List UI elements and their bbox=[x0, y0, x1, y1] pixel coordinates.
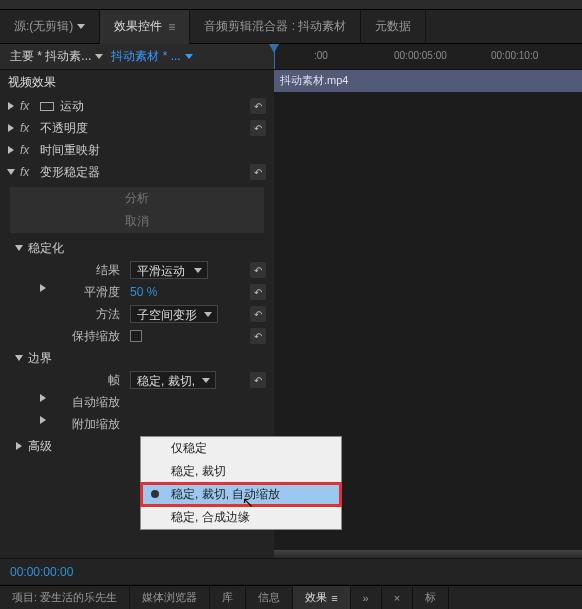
disclosure-triangle-icon[interactable] bbox=[8, 102, 14, 110]
disclosure-triangle-icon[interactable] bbox=[16, 442, 22, 450]
chevron-down-icon[interactable] bbox=[185, 54, 193, 59]
panel-tab-strip: 源:(无剪辑) 效果控件 ≡ 音频剪辑混合器 : 抖动素材 元数据 bbox=[0, 10, 582, 44]
tab-label: 库 bbox=[222, 590, 233, 605]
close-button[interactable]: × bbox=[382, 586, 413, 610]
effect-warp-stabilizer[interactable]: fx 变形稳定器 ↶ bbox=[0, 161, 274, 183]
keep-scale-checkbox[interactable] bbox=[130, 330, 142, 342]
tab-effects[interactable]: 效果 ≡ bbox=[293, 586, 350, 610]
param-label: 附加缩放 bbox=[0, 416, 130, 433]
time-ruler[interactable]: :00 00:00:05:00 00:00:10:0 bbox=[274, 44, 582, 70]
group-label: 稳定化 bbox=[28, 240, 64, 257]
reset-button[interactable]: ↶ bbox=[250, 98, 266, 114]
effect-time-remap[interactable]: fx 时间重映射 bbox=[0, 139, 274, 161]
param-label: 帧 bbox=[0, 372, 130, 389]
current-time-display[interactable]: 00:00:00:00 bbox=[0, 558, 582, 584]
analyze-button[interactable]: 分析 bbox=[10, 187, 264, 210]
tab-label: 信息 bbox=[258, 590, 280, 605]
frame-dropdown[interactable]: 稳定, 裁切, bbox=[130, 371, 216, 389]
sequence-clip-name[interactable]: 抖动素材 * ... bbox=[111, 48, 180, 65]
more-icon: » bbox=[363, 592, 369, 604]
menu-item-stabilize-crop-autoscale[interactable]: 稳定, 裁切, 自动缩放 bbox=[141, 483, 341, 506]
bottom-panel-tabs: 项目: 爱生活的乐先生 媒体浏览器 库 信息 效果 ≡ » × 标 bbox=[0, 585, 582, 609]
param-keep-scale: 保持缩放 ↶ bbox=[0, 325, 274, 347]
tab-media-browser[interactable]: 媒体浏览器 bbox=[130, 586, 210, 610]
fx-badge-icon: fx bbox=[20, 121, 34, 135]
effect-label: 运动 bbox=[60, 98, 84, 115]
param-label: 保持缩放 bbox=[0, 328, 130, 345]
tab-audio-mixer[interactable]: 音频剪辑混合器 : 抖动素材 bbox=[190, 10, 361, 44]
menu-item-label: 稳定, 合成边缘 bbox=[171, 509, 250, 526]
tab-effect-controls[interactable]: 效果控件 ≡ bbox=[100, 10, 190, 44]
chevron-down-icon[interactable] bbox=[95, 54, 103, 59]
disclosure-triangle-icon[interactable] bbox=[15, 355, 23, 361]
close-icon: × bbox=[394, 592, 400, 604]
tab-markers[interactable]: 标 bbox=[413, 586, 449, 610]
reset-button[interactable]: ↶ bbox=[250, 306, 266, 322]
param-label: 自动缩放 bbox=[0, 394, 130, 411]
menu-item-stabilize-synth-edges[interactable]: 稳定, 合成边缘 bbox=[141, 506, 341, 529]
disclosure-triangle-icon[interactable] bbox=[40, 284, 46, 292]
effect-label: 不透明度 bbox=[40, 120, 88, 137]
tab-project[interactable]: 项目: 爱生活的乐先生 bbox=[0, 586, 130, 610]
tab-library[interactable]: 库 bbox=[210, 586, 246, 610]
reset-button[interactable]: ↶ bbox=[250, 120, 266, 136]
menu-item-stabilize-only[interactable]: 仅稳定 bbox=[141, 437, 341, 460]
tick-label: 00:00:10:0 bbox=[491, 50, 538, 61]
current-time-value: 00:00:00:00 bbox=[10, 565, 73, 579]
tab-label: 标 bbox=[425, 590, 436, 605]
panel-menu-icon[interactable]: ≡ bbox=[331, 592, 337, 604]
group-label: 边界 bbox=[28, 350, 52, 367]
playhead-icon[interactable] bbox=[274, 44, 275, 69]
disclosure-triangle-icon[interactable] bbox=[15, 245, 23, 251]
group-stabilize[interactable]: 稳定化 bbox=[0, 237, 274, 259]
app-menu-bar bbox=[0, 0, 582, 10]
video-effects-heading: 视频效果 bbox=[0, 70, 274, 95]
tab-label: 项目: 爱生活的乐先生 bbox=[12, 590, 117, 605]
tab-metadata[interactable]: 元数据 bbox=[361, 10, 426, 44]
tick-label: 00:00:05:00 bbox=[394, 50, 447, 61]
reset-button[interactable]: ↶ bbox=[250, 328, 266, 344]
frame-context-menu: 仅稳定 稳定, 裁切 稳定, 裁切, 自动缩放 稳定, 合成边缘 bbox=[140, 436, 342, 530]
clip-track-bar[interactable]: 抖动素材.mp4 bbox=[274, 70, 582, 92]
smoothness-value[interactable]: 50 % bbox=[130, 285, 157, 299]
method-dropdown[interactable]: 子空间变形 bbox=[130, 305, 218, 323]
reset-button[interactable]: ↶ bbox=[250, 284, 266, 300]
group-border[interactable]: 边界 bbox=[0, 347, 274, 369]
chevron-down-icon bbox=[77, 24, 85, 29]
disclosure-triangle-icon[interactable] bbox=[40, 416, 46, 424]
tab-label: 媒体浏览器 bbox=[142, 590, 197, 605]
seek-bar[interactable] bbox=[274, 550, 582, 558]
param-label: 结果 bbox=[0, 262, 130, 279]
overflow-button[interactable]: » bbox=[351, 586, 382, 610]
panel-menu-icon[interactable]: ≡ bbox=[168, 20, 175, 34]
menu-item-label: 稳定, 裁切, 自动缩放 bbox=[171, 486, 280, 503]
param-extra-scale: 附加缩放 bbox=[0, 413, 274, 435]
tab-label: 元数据 bbox=[375, 18, 411, 35]
tab-label: 效果 bbox=[305, 590, 327, 605]
param-auto-scale: 自动缩放 bbox=[0, 391, 274, 413]
reset-button[interactable]: ↶ bbox=[250, 262, 266, 278]
tab-source[interactable]: 源:(无剪辑) bbox=[0, 10, 100, 44]
effect-opacity[interactable]: fx 不透明度 ↶ bbox=[0, 117, 274, 139]
clip-name-label: 抖动素材.mp4 bbox=[280, 74, 348, 86]
disclosure-triangle-icon[interactable] bbox=[8, 146, 14, 154]
effect-label: 时间重映射 bbox=[40, 142, 100, 159]
menu-item-label: 仅稳定 bbox=[171, 440, 207, 457]
cancel-button[interactable]: 取消 bbox=[10, 210, 264, 233]
master-clip-name[interactable]: 主要 * 抖动素... bbox=[10, 48, 91, 65]
reset-button[interactable]: ↶ bbox=[250, 372, 266, 388]
fx-badge-icon: fx bbox=[20, 165, 34, 179]
motion-icon bbox=[40, 102, 54, 111]
effect-motion[interactable]: fx 运动 ↶ bbox=[0, 95, 274, 117]
menu-item-label: 稳定, 裁切 bbox=[171, 463, 226, 480]
result-dropdown[interactable]: 平滑运动 bbox=[130, 261, 208, 279]
warp-action-block: 分析 取消 bbox=[10, 187, 264, 233]
tab-info[interactable]: 信息 bbox=[246, 586, 293, 610]
menu-item-stabilize-crop[interactable]: 稳定, 裁切 bbox=[141, 460, 341, 483]
disclosure-triangle-icon[interactable] bbox=[7, 169, 15, 175]
disclosure-triangle-icon[interactable] bbox=[8, 124, 14, 132]
disclosure-triangle-icon[interactable] bbox=[40, 394, 46, 402]
reset-button[interactable]: ↶ bbox=[250, 164, 266, 180]
fx-badge-icon: fx bbox=[20, 99, 34, 113]
radio-selected-icon bbox=[151, 490, 159, 498]
